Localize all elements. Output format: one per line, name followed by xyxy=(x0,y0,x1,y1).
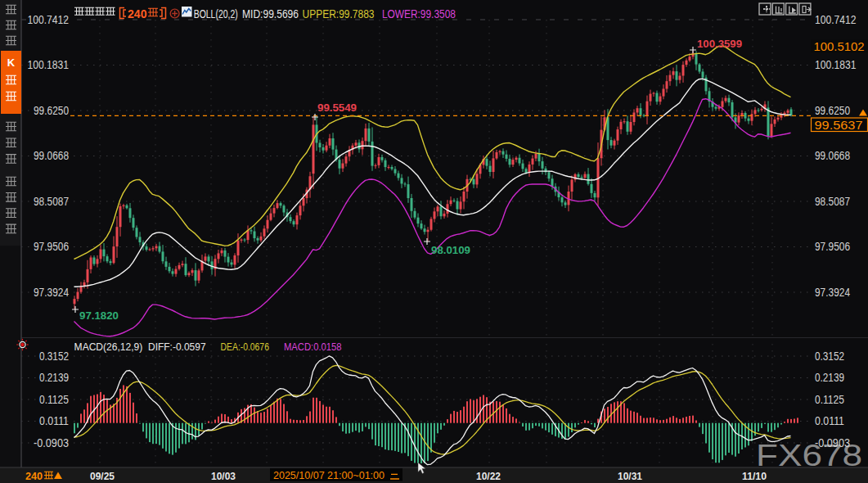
svg-text:0.1125: 0.1125 xyxy=(815,393,844,406)
svg-text:DIFF:-0.0597: DIFF:-0.0597 xyxy=(148,341,206,353)
svg-text:MACD:0.0158: MACD:0.0158 xyxy=(284,341,342,353)
svg-text:09/25: 09/25 xyxy=(90,470,115,482)
svg-text:0.1125: 0.1125 xyxy=(39,393,69,406)
svg-text:99.5549: 99.5549 xyxy=(317,102,357,114)
svg-text:99.5637: 99.5637 xyxy=(815,119,863,132)
svg-text:2025/10/07 21:00~01:00: 2025/10/07 21:00~01:00 xyxy=(273,469,385,481)
svg-text:97.3924: 97.3924 xyxy=(34,286,69,299)
svg-text:240: 240 xyxy=(128,7,147,20)
svg-text:0.0111: 0.0111 xyxy=(815,414,844,427)
svg-text:100.1831: 100.1831 xyxy=(815,58,857,71)
svg-text:99.6250: 99.6250 xyxy=(815,104,850,117)
svg-text:100.5102: 100.5102 xyxy=(814,40,865,53)
svg-text:97.1820: 97.1820 xyxy=(79,309,119,322)
svg-text:100.3599: 100.3599 xyxy=(697,38,742,50)
svg-text:98.0109: 98.0109 xyxy=(431,244,470,256)
svg-text:-0.0903: -0.0903 xyxy=(815,436,850,449)
svg-text:240: 240 xyxy=(25,470,43,482)
svg-text:99.0668: 99.0668 xyxy=(34,149,69,162)
svg-text:0.2139: 0.2139 xyxy=(815,371,844,384)
svg-text:97.9506: 97.9506 xyxy=(815,240,850,253)
svg-text:99.6250: 99.6250 xyxy=(34,104,69,117)
svg-text:-0.0903: -0.0903 xyxy=(34,436,69,449)
svg-text:11/10: 11/10 xyxy=(742,470,767,482)
svg-text:10/22: 10/22 xyxy=(476,470,501,482)
svg-text:98.5087: 98.5087 xyxy=(34,195,69,208)
svg-text:10/31: 10/31 xyxy=(618,470,642,482)
svg-text:0.2139: 0.2139 xyxy=(39,371,69,384)
svg-text:MID:99.5696: MID:99.5696 xyxy=(242,8,299,20)
svg-text:97.9506: 97.9506 xyxy=(34,240,69,253)
svg-text:K: K xyxy=(7,56,16,69)
svg-text:0.3152: 0.3152 xyxy=(815,350,844,363)
svg-text:LOWER:99.3508: LOWER:99.3508 xyxy=(382,8,456,20)
svg-text:0.0111: 0.0111 xyxy=(39,414,69,427)
svg-text:10/03: 10/03 xyxy=(211,470,236,482)
svg-text:99.0668: 99.0668 xyxy=(815,149,850,162)
svg-text:0.3152: 0.3152 xyxy=(39,350,69,363)
svg-text:DEA:-0.0676: DEA:-0.0676 xyxy=(221,341,269,353)
svg-text:97.3924: 97.3924 xyxy=(815,286,850,299)
svg-text:MACD(26,12,9): MACD(26,12,9) xyxy=(74,341,143,353)
svg-text:100.1831: 100.1831 xyxy=(28,58,70,71)
svg-text:UPPER:99.7883: UPPER:99.7883 xyxy=(303,8,375,20)
svg-text:100.7412: 100.7412 xyxy=(815,13,857,26)
svg-text:98.5087: 98.5087 xyxy=(815,195,850,208)
svg-text:100.7412: 100.7412 xyxy=(28,13,70,26)
svg-text:BOLL(20,2): BOLL(20,2) xyxy=(194,8,238,20)
